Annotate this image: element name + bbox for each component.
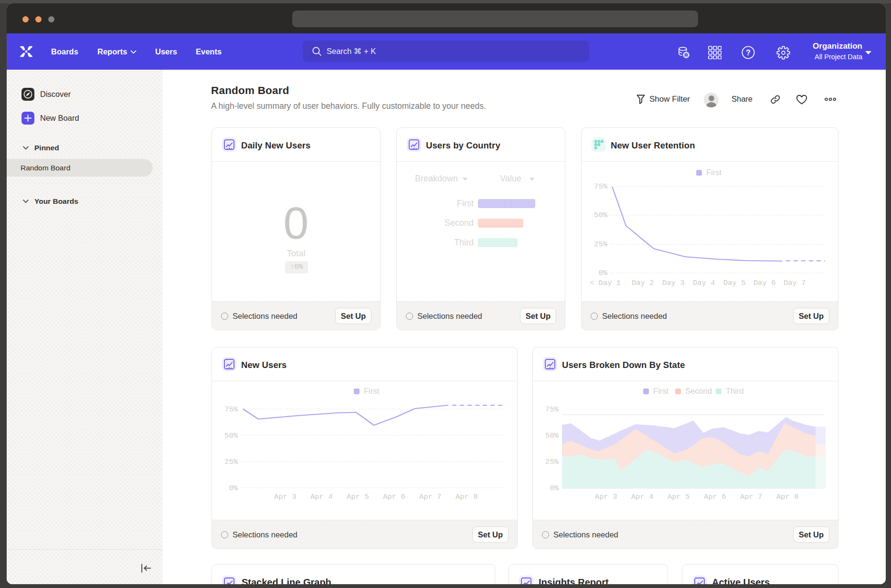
svg-text:?: ? xyxy=(746,49,751,57)
